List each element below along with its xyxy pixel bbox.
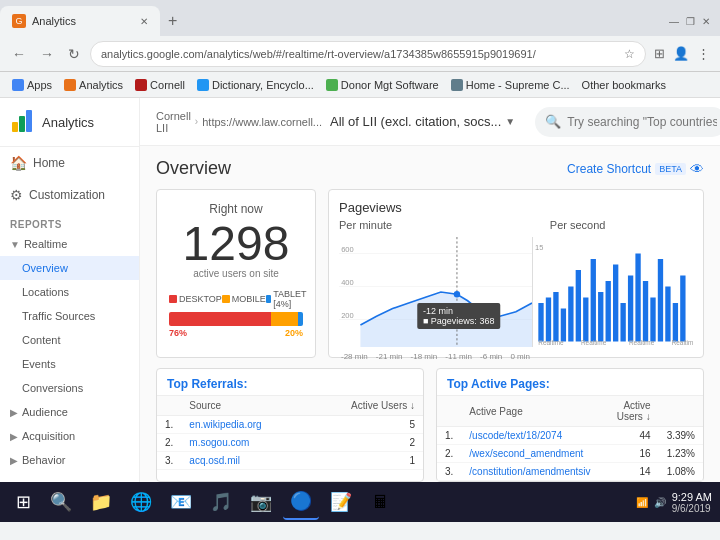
search-bar[interactable]: 🔍	[535, 107, 720, 137]
svg-rect-27	[650, 298, 655, 342]
bookmark-cornell-label: Cornell	[150, 79, 185, 91]
pageviews-title: Pageviews	[339, 200, 693, 215]
bookmark-home[interactable]: Home - Supreme C...	[447, 77, 574, 93]
sidebar-group-realtime[interactable]: ▼ Realtime	[0, 232, 139, 256]
account-selector[interactable]: Cornell LII › https://www.law.cornell...	[156, 110, 322, 134]
home-nav-icon: 🏠	[10, 155, 27, 171]
apps-favicon	[12, 79, 24, 91]
new-tab-button[interactable]: +	[160, 12, 185, 30]
source-3[interactable]: acq.osd.mil	[181, 452, 308, 470]
forward-button[interactable]: →	[36, 44, 58, 64]
start-button[interactable]: ⊞	[8, 491, 39, 513]
taskbar-search[interactable]: 🔍	[43, 484, 79, 520]
window-controls: — ❐ ✕	[668, 15, 720, 27]
right-now-label: Right now	[169, 202, 303, 216]
per-minute-label: Per minute	[339, 219, 392, 231]
table-row: 1. en.wikipedia.org 5	[157, 416, 423, 434]
per-minute-chart: 600 400 200	[339, 237, 533, 347]
menu-icon[interactable]: ⋮	[695, 44, 712, 63]
sidebar-acquisition-label: Acquisition	[22, 430, 75, 442]
settings-icon[interactable]: ⚙	[8, 480, 21, 482]
content-area: Overview Create Shortcut BETA 👁 Right no…	[140, 146, 720, 482]
property-selector[interactable]: All of LII (excl. citation, socs... ▼	[330, 114, 515, 129]
tab-close-button[interactable]: ✕	[140, 16, 148, 27]
back-button[interactable]: ←	[8, 44, 30, 64]
page-users-1: 44	[599, 427, 659, 445]
taskbar-word[interactable]: 📝	[323, 484, 359, 520]
bookmark-analytics[interactable]: Analytics	[60, 77, 127, 93]
sidebar-group-behavior[interactable]: ▶ Behavior	[0, 448, 139, 472]
sidebar-item-overview[interactable]: Overview	[0, 256, 139, 280]
sidebar-group-acquisition[interactable]: ▶ Acquisition	[0, 424, 139, 448]
source-2[interactable]: m.sogou.com	[181, 434, 308, 452]
extensions-icon[interactable]: ⊞	[652, 44, 667, 63]
bookmark-donor[interactable]: Donor Mgt Software	[322, 77, 443, 93]
restore-button[interactable]: ❐	[684, 15, 696, 27]
mobile-color-dot	[222, 295, 230, 303]
sidebar-item-customization[interactable]: ⚙ Customization	[0, 179, 139, 211]
page-1[interactable]: /uscode/text/18/2074	[461, 427, 598, 445]
active-users-col-header[interactable]: Active Users ↓	[308, 396, 423, 416]
taskbar-chrome-active[interactable]: 🔵	[283, 484, 319, 520]
top-bar: Cornell LII › https://www.law.cornell...…	[140, 98, 720, 146]
bookmark-cornell[interactable]: Cornell	[131, 77, 189, 93]
create-shortcut-button[interactable]: Create Shortcut BETA 👁	[567, 161, 704, 177]
taskbar-media[interactable]: 🎵	[203, 484, 239, 520]
sidebar-behavior-label: Behavior	[22, 454, 65, 466]
source-col-header[interactable]: Source	[181, 396, 308, 416]
svg-text:600: 600	[341, 245, 354, 254]
active-tab[interactable]: G Analytics ✕	[0, 6, 160, 36]
svg-rect-16	[568, 287, 573, 342]
sidebar-item-traffic-sources[interactable]: Traffic Sources	[0, 304, 139, 328]
active-users-count: 1298	[169, 220, 303, 268]
sidebar-item-conversions[interactable]: Conversions	[0, 376, 139, 400]
sidebar-item-events[interactable]: Events	[0, 352, 139, 376]
sidebar-group-audience[interactable]: ▶ Audience	[0, 400, 139, 424]
desktop-label-text: DESKTOP	[179, 294, 222, 304]
pageviews-card: Pageviews Per minute Per second	[328, 189, 704, 358]
calculator-icon: 🖩	[372, 492, 390, 513]
page-users-3: 14	[599, 463, 659, 481]
bookmark-other[interactable]: Other bookmarks	[578, 77, 670, 93]
taskbar-edge[interactable]: 🌐	[123, 484, 159, 520]
taskbar-mail[interactable]: 📧	[163, 484, 199, 520]
source-header	[157, 396, 181, 416]
taskbar-calc[interactable]: 🖩	[363, 484, 399, 520]
active-page-col-header[interactable]: Active Page	[461, 396, 598, 427]
tray-time: 9:29 AM	[672, 491, 712, 503]
page-users-col-header[interactable]: Active Users ↓	[599, 396, 659, 427]
taskbar-photos[interactable]: 📷	[243, 484, 279, 520]
property-dropdown-icon: ▼	[505, 116, 515, 127]
taskbar-file-explorer[interactable]: 📁	[83, 484, 119, 520]
page-3[interactable]: /constitution/amendmentsiv	[461, 463, 598, 481]
reload-button[interactable]: ↻	[64, 44, 84, 64]
close-button[interactable]: ✕	[700, 15, 712, 27]
sidebar-home-label: Home	[33, 156, 65, 170]
breadcrumb-separator: ›	[195, 116, 198, 127]
per-second-label: Per second	[550, 219, 606, 231]
table-row: 1. /uscode/text/18/2074 44 3.39%	[437, 427, 703, 445]
bookmark-dictionary[interactable]: Dictionary, Encyclo...	[193, 77, 318, 93]
volume-icon: 🔊	[654, 497, 666, 508]
sidebar-item-content[interactable]: Content	[0, 328, 139, 352]
source-1[interactable]: en.wikipedia.org	[181, 416, 308, 434]
bookmark-apps[interactable]: Apps	[8, 77, 56, 93]
tray-date: 9/6/2019	[672, 503, 712, 514]
page-2[interactable]: /wex/second_amendment	[461, 445, 598, 463]
svg-rect-31	[680, 276, 685, 342]
sidebar-collapse-icon[interactable]: ‹	[126, 480, 131, 482]
url-bar[interactable]: analytics.google.com/analytics/web/#/rea…	[90, 41, 646, 67]
overview-title: Overview	[156, 158, 231, 179]
dictionary-favicon	[197, 79, 209, 91]
svg-rect-13	[546, 298, 551, 342]
svg-rect-19	[591, 259, 596, 342]
search-input[interactable]	[567, 115, 717, 129]
svg-text:Realtime: Realtime	[672, 339, 693, 346]
sidebar-item-locations[interactable]: Locations	[0, 280, 139, 304]
behavior-collapse-icon: ▶	[10, 455, 18, 466]
minimize-button[interactable]: —	[668, 15, 680, 27]
sidebar-item-home[interactable]: 🏠 Home	[0, 147, 139, 179]
bottom-section: Top Referrals: Source Active Users ↓ 1.	[156, 368, 704, 482]
bookmarks-bar: Apps Analytics Cornell Dictionary, Encyc…	[0, 72, 720, 98]
profile-icon[interactable]: 👤	[671, 44, 691, 63]
